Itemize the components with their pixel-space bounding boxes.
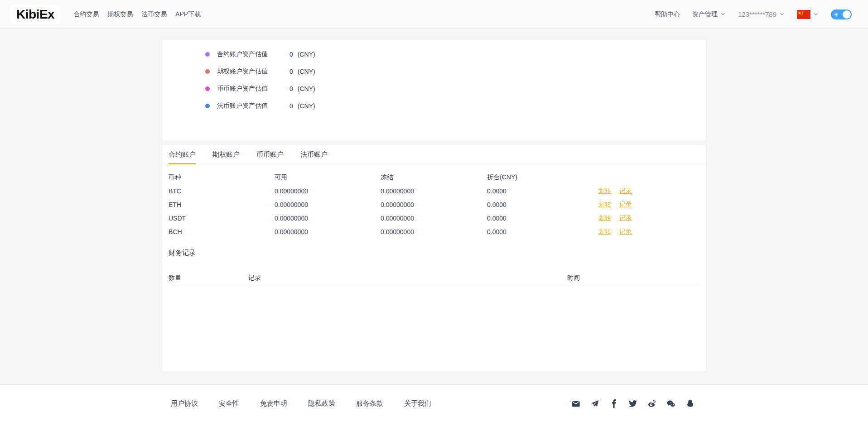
summary-unit: (CNY) [298, 68, 315, 75]
table-row: USDT 0.00000000 0.00000000 0.0000 划转 记录 [169, 211, 699, 225]
qq-icon[interactable] [686, 399, 694, 408]
footer-social-icons [572, 399, 706, 408]
footer-about-us[interactable]: 关于我们 [404, 399, 431, 408]
asset-management-menu[interactable]: 资产管理 [692, 10, 726, 19]
help-center-link[interactable]: 帮助中心 [655, 10, 680, 19]
summary-row-fiat: 法币账户资产估值 0 (CNY) [162, 97, 706, 115]
top-navbar: KibiEx 合约交易 期权交易 法币交易 APP下载 帮助中心 资产管理 12… [0, 0, 868, 29]
frozen-value: 0.00000000 [381, 201, 487, 208]
legend-dot-contract [205, 52, 210, 57]
account-menu[interactable]: 123******789 [738, 10, 785, 18]
footer-disclaimer[interactable]: 免责申明 [260, 399, 287, 408]
transfer-link[interactable]: 划转 [598, 228, 611, 236]
logo-text: KibiEx [16, 7, 54, 21]
twitter-icon[interactable] [629, 399, 637, 408]
coin-name: ETH [169, 201, 275, 208]
nav-fiat-trade[interactable]: 法币交易 [141, 10, 167, 19]
assets-table: 币种 可用 冻结 折合(CNY) BTC 0.00000000 0.000000… [162, 164, 706, 239]
chevron-down-icon [813, 11, 819, 18]
footer-terms-of-service[interactable]: 服务条款 [356, 399, 383, 408]
summary-label: 币币账户资产估值 [217, 85, 289, 93]
record-link[interactable]: 记录 [619, 201, 632, 209]
asset-valuation-card: 合约账户资产估值 0 (CNY) 期权账户资产估值 0 (CNY) 币币账户资产… [162, 40, 706, 140]
record-link[interactable]: 记录 [619, 214, 632, 222]
record-link[interactable]: 记录 [619, 228, 632, 236]
telegram-icon[interactable] [591, 399, 599, 408]
summary-unit: (CNY) [298, 51, 315, 58]
summary-label: 期权账户资产估值 [217, 67, 289, 76]
converted-value: 0.0000 [487, 215, 598, 222]
tab-spot-account[interactable]: 币币账户 [256, 145, 284, 164]
footer: 用户协议 安全性 免责申明 隐私政策 服务条款 关于我们 [0, 384, 868, 422]
tab-fiat-account[interactable]: 法币账户 [300, 145, 328, 164]
footer-user-agreement[interactable]: 用户协议 [171, 399, 198, 408]
available-value: 0.00000000 [275, 215, 381, 222]
available-value: 0.00000000 [275, 187, 381, 195]
col-coin: 币种 [169, 173, 275, 182]
nav-app-download[interactable]: APP下载 [175, 10, 201, 19]
record-link[interactable]: 记录 [619, 187, 632, 195]
summary-row-options: 期权账户资产估值 0 (CNY) [162, 63, 706, 80]
facebook-icon[interactable] [610, 399, 618, 408]
transfer-link[interactable]: 划转 [598, 214, 611, 222]
summary-value: 0 [289, 68, 293, 75]
account-number: 123******789 [738, 10, 776, 18]
summary-unit: (CNY) [298, 102, 315, 110]
col-frozen: 冻结 [381, 173, 487, 182]
tab-contract-account[interactable]: 合约账户 [169, 145, 196, 164]
finance-table-header: 数量 记录 时间 [169, 270, 699, 286]
finance-records-title: 财务记录 [162, 249, 706, 257]
assets-table-header: 币种 可用 冻结 折合(CNY) [169, 171, 699, 184]
legend-dot-fiat [205, 104, 210, 108]
frozen-value: 0.00000000 [381, 228, 487, 235]
wechat-icon[interactable] [667, 399, 675, 408]
coin-name: USDT [169, 215, 275, 222]
china-flag-icon [797, 10, 810, 19]
summary-value: 0 [289, 85, 293, 92]
asset-management-label: 资产管理 [692, 10, 718, 19]
transfer-link[interactable]: 划转 [598, 187, 611, 195]
col-amount: 数量 [169, 274, 248, 282]
col-record: 记录 [248, 274, 567, 282]
col-converted: 折合(CNY) [487, 173, 598, 182]
transfer-link[interactable]: 划转 [598, 201, 611, 209]
toggle-knob [843, 10, 851, 19]
language-menu[interactable] [797, 10, 819, 19]
coin-name: BCH [169, 228, 275, 235]
col-available: 可用 [275, 173, 381, 182]
summary-value: 0 [289, 51, 293, 58]
table-row: ETH 0.00000000 0.00000000 0.0000 划转 记录 [169, 198, 699, 211]
nav-contract-trade[interactable]: 合约交易 [73, 10, 99, 19]
table-row: BCH 0.00000000 0.00000000 0.0000 划转 记录 [169, 225, 699, 239]
footer-security[interactable]: 安全性 [219, 399, 239, 408]
coin-name: BTC [169, 187, 275, 195]
legend-dot-options [205, 69, 210, 74]
email-icon[interactable] [572, 399, 580, 408]
converted-value: 0.0000 [487, 187, 598, 195]
weibo-icon[interactable] [648, 399, 656, 408]
frozen-value: 0.00000000 [381, 187, 487, 195]
logo[interactable]: KibiEx [10, 5, 61, 24]
frozen-value: 0.00000000 [381, 215, 487, 222]
footer-privacy-policy[interactable]: 隐私政策 [308, 399, 335, 408]
col-time: 时间 [567, 274, 699, 282]
chevron-down-icon [720, 11, 726, 18]
footer-links: 用户协议 安全性 免责申明 隐私政策 服务条款 关于我们 [162, 399, 431, 408]
summary-label: 法币账户资产估值 [217, 102, 289, 110]
legend-dot-spot [205, 86, 210, 91]
converted-value: 0.0000 [487, 228, 598, 235]
summary-value: 0 [289, 102, 293, 110]
sun-icon: ☀ [834, 11, 839, 17]
account-panel-card: 合约账户 期权账户 币币账户 法币账户 币种 可用 冻结 折合(CNY) BTC… [162, 145, 706, 371]
theme-toggle[interactable]: ☀ [831, 10, 852, 19]
summary-row-contract: 合约账户资产估值 0 (CNY) [162, 46, 706, 63]
converted-value: 0.0000 [487, 201, 598, 208]
summary-row-spot: 币币账户资产估值 0 (CNY) [162, 80, 706, 97]
tab-options-account[interactable]: 期权账户 [212, 145, 240, 164]
available-value: 0.00000000 [275, 201, 381, 208]
main-nav: 合约交易 期权交易 法币交易 APP下载 [73, 10, 201, 19]
nav-options-trade[interactable]: 期权交易 [107, 10, 133, 19]
chevron-down-icon [779, 11, 785, 18]
table-row: BTC 0.00000000 0.00000000 0.0000 划转 记录 [169, 184, 699, 198]
summary-label: 合约账户资产估值 [217, 50, 289, 58]
